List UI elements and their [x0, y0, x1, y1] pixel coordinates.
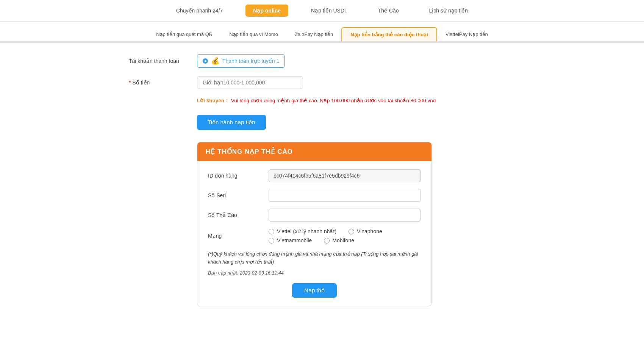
sub-navigation: Nạp tiền qua quét mã QR Nạp tiền qua ví …	[0, 22, 644, 42]
network-vietnammobile[interactable]: Vietnammobile	[269, 237, 312, 243]
order-id-label: ID đơn hàng	[208, 173, 269, 179]
card-note: (*)Quý khách vui lòng chọn đúng mệnh giá…	[208, 250, 421, 266]
top-nav-nap-online[interactable]: Nạp online	[245, 5, 288, 17]
network-row-2: Vietnammobile Mobifone	[269, 237, 382, 243]
network-row: Mạng Viettel (xử lý nhanh nhất) Vinaphon…	[208, 228, 421, 243]
wallet-icon: 💰	[211, 57, 219, 65]
account-row: Tài khoản thanh toán 💰 Thanh toán trực t…	[129, 54, 515, 68]
sub-nav-zalopay[interactable]: ZaloPay Nạp tiền	[286, 28, 341, 41]
network-vinaphone[interactable]: Vinaphone	[349, 228, 382, 234]
amount-row: * Số tiền	[129, 76, 515, 89]
network-viettel[interactable]: Viettel (xử lý nhanh nhất)	[269, 228, 336, 234]
radio-selected-icon	[203, 58, 208, 64]
amount-label: * Số tiền	[129, 80, 197, 86]
network-mobifone-radio[interactable]	[324, 238, 330, 243]
sub-nav-the-cao-dt[interactable]: Nạp tiền bằng thẻ cào điện thoại	[341, 27, 437, 41]
advice-text: Vui lòng chọn đúng mệnh giá thẻ cào. Nạp…	[231, 98, 436, 103]
top-nav-the-cao[interactable]: Thẻ Cào	[370, 5, 406, 17]
advice-row: Lời khuyên： Vui lòng chọn đúng mệnh giá …	[197, 97, 515, 104]
network-vietnammobile-label: Vietnammobile	[277, 237, 312, 243]
network-viettel-radio[interactable]	[269, 229, 274, 234]
top-nav-chuyen-nhanh[interactable]: Chuyển nhanh 24/7	[169, 5, 230, 17]
network-mobifone-label: Mobifone	[332, 237, 354, 243]
sub-nav-qr[interactable]: Nạp tiền qua quét mã QR	[148, 28, 221, 41]
network-row-1: Viettel (xử lý nhanh nhất) Vinaphone	[269, 228, 382, 234]
account-label: Tài khoản thanh toán	[129, 58, 197, 64]
proceed-button[interactable]: Tiến hành nạp tiền	[197, 115, 266, 130]
network-vietnammobile-radio[interactable]	[269, 238, 274, 243]
sub-navigation-wrapper: Nạp tiền qua quét mã QR Nạp tiền qua ví …	[0, 22, 644, 43]
top-nav-lich-su[interactable]: Lịch sử nạp tiền	[422, 5, 476, 17]
card-system-body: ID đơn hàng Số Seri Số Thẻ Cào Mạng	[197, 161, 431, 306]
so-seri-input[interactable]	[269, 189, 421, 202]
card-system-title: HỆ THỐNG NẠP THẺ CÀO	[197, 142, 431, 161]
card-system-box: HỆ THỐNG NẠP THẺ CÀO ID đơn hàng Số Seri…	[197, 142, 432, 306]
required-mark: *	[129, 80, 131, 86]
sub-nav-momo[interactable]: Nạp tiền qua ví Momo	[221, 28, 286, 41]
advice-label: Lời khuyên：	[197, 98, 230, 103]
so-seri-label: Số Seri	[208, 192, 269, 198]
card-update-date: Bản cập nhật: 2023-02-03 16:11:44	[208, 270, 421, 276]
network-label: Mạng	[208, 233, 269, 239]
network-options: Viettel (xử lý nhanh nhất) Vinaphone Vie…	[269, 228, 382, 243]
top-navigation: Chuyển nhanh 24/7 Nạp online Nạp tiền US…	[0, 0, 644, 22]
account-selector[interactable]: 💰 Thanh toán trực tuyến 1	[197, 54, 285, 68]
so-the-cao-label: Số Thẻ Cào	[208, 212, 269, 218]
sub-nav-viettelpay[interactable]: ViettelPay Nạp tiền	[437, 28, 496, 41]
network-viettel-label: Viettel (xử lý nhanh nhất)	[277, 228, 336, 234]
main-content: Tài khoản thanh toán 💰 Thanh toán trực t…	[114, 43, 530, 318]
order-id-input	[269, 169, 421, 182]
order-id-row: ID đơn hàng	[208, 169, 421, 182]
top-nav-nap-tien-usdt[interactable]: Nạp tiền USDT	[303, 5, 355, 17]
network-vinaphone-label: Vinaphone	[357, 228, 382, 234]
so-seri-row: Số Seri	[208, 189, 421, 202]
nap-the-button[interactable]: Nạp thẻ	[292, 283, 337, 298]
network-mobifone[interactable]: Mobifone	[324, 237, 354, 243]
amount-input[interactable]	[197, 76, 303, 89]
account-name: Thanh toán trực tuyến 1	[222, 58, 279, 64]
network-vinaphone-radio[interactable]	[349, 229, 354, 234]
so-the-cao-row: Số Thẻ Cào	[208, 209, 421, 222]
so-the-cao-input[interactable]	[269, 209, 421, 222]
